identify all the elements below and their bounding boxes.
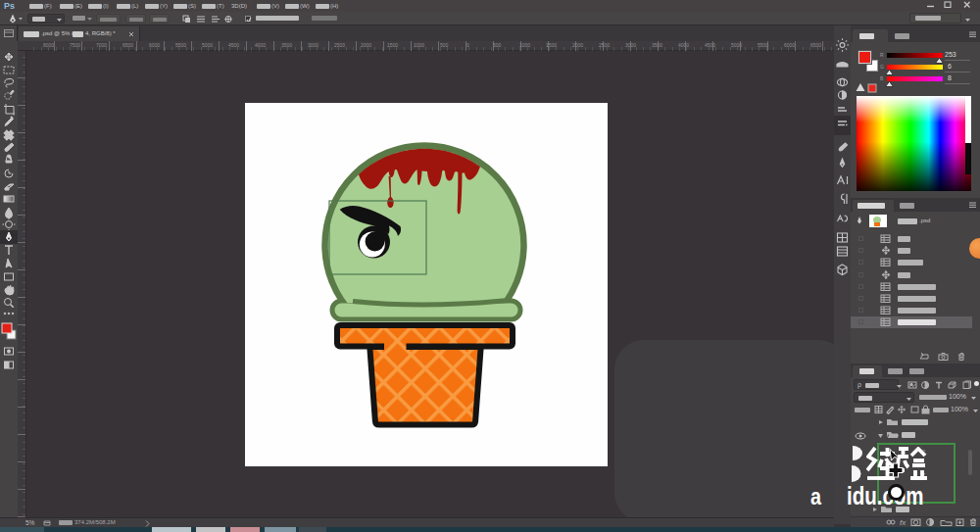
svg-text:fx: fx	[900, 518, 906, 526]
